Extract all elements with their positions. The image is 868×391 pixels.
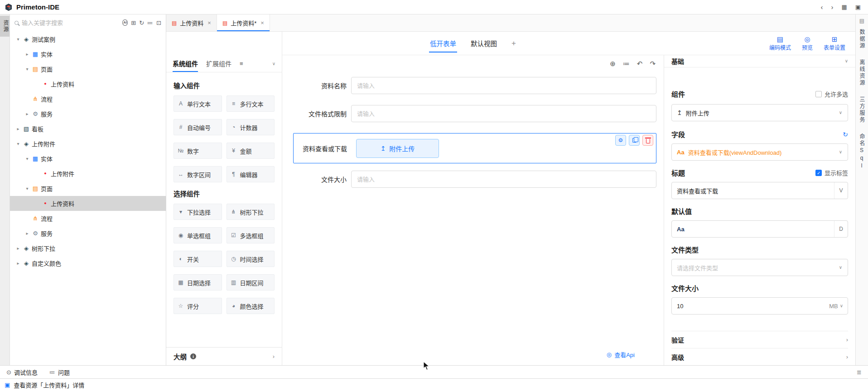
- file-type-select[interactable]: 请选择文件类型: [671, 259, 848, 276]
- tab-extension-components[interactable]: 扩展组件: [206, 55, 231, 72]
- palette-item[interactable]: 树形下拉: [227, 204, 275, 220]
- tree-caret-icon[interactable]: [24, 67, 31, 72]
- component-type-select[interactable]: 附件上传: [671, 104, 848, 121]
- show-label-checkbox[interactable]: [815, 170, 822, 176]
- collapse-palette-icon[interactable]: [272, 62, 275, 66]
- selected-component-row[interactable]: 资料查看或下载 附件上传: [293, 133, 656, 163]
- bind-variable-v-button[interactable]: V: [834, 182, 848, 199]
- file-size-unit-select[interactable]: MB: [825, 303, 848, 310]
- search-input[interactable]: [22, 19, 119, 26]
- palette-item[interactable]: 数字区间: [174, 166, 222, 182]
- nav-back-icon[interactable]: [820, 4, 823, 10]
- section-basic-header[interactable]: 基础: [664, 55, 855, 67]
- palette-item[interactable]: 时间选择: [227, 251, 275, 267]
- tree-caret-icon[interactable]: [24, 112, 31, 116]
- preview-button[interactable]: 预览: [802, 36, 813, 51]
- save-icon[interactable]: [855, 4, 861, 10]
- palette-item[interactable]: 日期选择: [174, 274, 222, 291]
- tree-item[interactable]: 服务: [10, 106, 166, 121]
- palette-item[interactable]: 金额: [227, 143, 275, 159]
- tree-item[interactable]: 自定义颜色: [10, 256, 166, 271]
- palette-item[interactable]: 单选框组: [174, 227, 222, 243]
- tree-caret-icon[interactable]: [24, 186, 31, 191]
- filter-icon[interactable]: [147, 20, 153, 26]
- tree-item[interactable]: 上传附件: [10, 136, 166, 151]
- expand-outline-icon[interactable]: [273, 353, 275, 359]
- redo-icon[interactable]: [650, 60, 656, 67]
- tree-item[interactable]: 树形下拉: [10, 241, 166, 256]
- show-label-toggle[interactable]: 显示标签: [815, 168, 848, 177]
- panel-toggle-icon[interactable]: [857, 369, 862, 375]
- component-delete-button[interactable]: [642, 135, 653, 146]
- close-tab-icon[interactable]: [207, 20, 211, 26]
- tree-item[interactable]: 实体: [10, 47, 166, 62]
- allow-multiple-checkbox[interactable]: [815, 91, 822, 97]
- chevron-down-icon[interactable]: [845, 59, 848, 63]
- tree-item[interactable]: 测试案例: [10, 32, 166, 47]
- problems-tab[interactable]: 问题: [49, 368, 70, 377]
- tree-caret-icon[interactable]: [14, 261, 22, 266]
- material-name-input[interactable]: [351, 77, 656, 94]
- title-input[interactable]: [677, 182, 830, 199]
- tree-caret-icon[interactable]: [24, 157, 31, 161]
- tree-caret-icon[interactable]: [24, 52, 31, 57]
- tree-caret-icon[interactable]: [24, 231, 31, 236]
- component-copy-button[interactable]: [629, 135, 640, 146]
- palette-item[interactable]: 自动编号: [174, 119, 222, 135]
- palette-menu-icon[interactable]: [240, 61, 243, 67]
- palette-item[interactable]: 计数器: [227, 119, 275, 135]
- bind-variable-d-button[interactable]: D: [834, 221, 848, 237]
- locate-file-icon[interactable]: [156, 20, 161, 26]
- field-select[interactable]: Aa 资料查看或下载(viewAndDownload): [671, 143, 848, 161]
- palette-item[interactable]: 单行文本: [174, 95, 222, 112]
- undo-icon[interactable]: [637, 60, 643, 67]
- rail-tab[interactable]: 离线资源: [858, 59, 866, 86]
- ai-search-icon[interactable]: AI: [122, 19, 128, 26]
- tree-item[interactable]: 流程: [10, 91, 166, 106]
- palette-item[interactable]: 评分: [174, 298, 222, 314]
- rail-tab[interactable]: 命名Sql: [858, 134, 866, 170]
- palette-item[interactable]: 数字: [174, 143, 222, 159]
- tree-item[interactable]: 看板: [10, 121, 166, 136]
- tree-item[interactable]: 上传资料: [10, 196, 166, 211]
- debug-info-tab[interactable]: 调试信息: [6, 368, 38, 377]
- rail-tab[interactable]: 三方服务: [858, 96, 866, 124]
- palette-item[interactable]: 编辑器: [227, 166, 275, 182]
- code-mode-button[interactable]: 编码模式: [769, 36, 791, 51]
- allow-multiple-toggle[interactable]: 允许多选: [815, 90, 848, 98]
- close-tab-icon[interactable]: [260, 20, 264, 26]
- palette-item[interactable]: 日期区间: [227, 274, 275, 291]
- rail-tab[interactable]: 数据源: [858, 29, 866, 49]
- new-resource-icon[interactable]: [131, 20, 136, 26]
- refresh-tree-icon[interactable]: [139, 20, 144, 26]
- view-api-link[interactable]: 查看Api: [607, 350, 635, 359]
- tree-item[interactable]: 页面: [10, 62, 166, 76]
- default-value-input[interactable]: [677, 221, 830, 237]
- tree-caret-icon[interactable]: [14, 246, 22, 251]
- view-tab-lowcode-form[interactable]: 低开表单: [430, 38, 456, 48]
- layout-list-icon[interactable]: [623, 60, 630, 67]
- view-tab-default-view[interactable]: 默认视图: [471, 38, 497, 48]
- tree-item[interactable]: 页面: [10, 181, 166, 196]
- palette-item[interactable]: 开关: [174, 251, 222, 267]
- section-advanced[interactable]: 高级: [671, 348, 848, 365]
- layout-icon[interactable]: [841, 4, 847, 10]
- rail-panels-icon[interactable]: [859, 18, 864, 24]
- attachment-upload-button[interactable]: 附件上传: [356, 139, 439, 158]
- tree-item[interactable]: 实体: [10, 151, 166, 166]
- tree-item[interactable]: 上传附件: [10, 166, 166, 181]
- palette-item[interactable]: 颜色选择: [227, 298, 275, 314]
- palette-item[interactable]: 多选框组: [227, 227, 275, 243]
- tree-item[interactable]: 上传资料: [10, 76, 166, 91]
- refresh-field-icon[interactable]: [843, 131, 848, 138]
- outline-bar[interactable]: 大纲 i: [166, 347, 282, 365]
- tab-system-components[interactable]: 系统组件: [173, 55, 198, 72]
- file-size-input-canvas[interactable]: [351, 171, 656, 188]
- tree-caret-icon[interactable]: [14, 142, 22, 146]
- editor-tab-active[interactable]: 上传资料*: [217, 14, 270, 31]
- add-view-button[interactable]: +: [511, 39, 516, 48]
- section-validation[interactable]: 验证: [671, 331, 848, 348]
- form-settings-button[interactable]: 表单设置: [824, 36, 845, 51]
- file-format-input[interactable]: [351, 105, 656, 122]
- tree-item[interactable]: 服务: [10, 226, 166, 241]
